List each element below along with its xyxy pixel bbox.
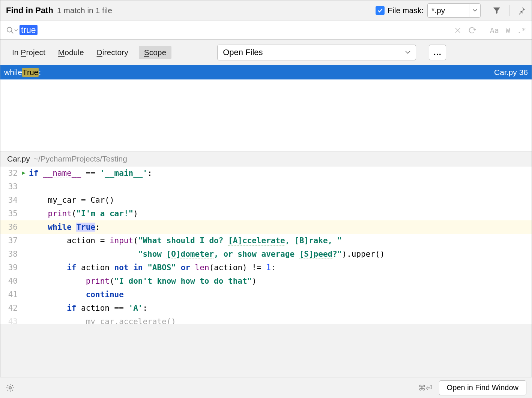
chevron-down-icon <box>405 51 410 54</box>
code-content: if __name__ == '__main__': <box>29 166 152 180</box>
results-area <box>0 79 532 151</box>
tab-module[interactable]: Module <box>56 46 86 58</box>
code-line[interactable]: 42 if action == 'A': <box>0 301 532 315</box>
code-line[interactable]: 43 my_car.accelerate() <box>0 315 532 324</box>
code-content: "show [O]dometer, or show average [S]pee… <box>29 247 385 261</box>
bottom-bar: ⌘⏎ Open in Find Window <box>0 377 532 398</box>
history-icon[interactable] <box>468 27 476 34</box>
code-line[interactable]: 33 <box>0 180 532 193</box>
code-preview[interactable]: 32if __name__ == '__main__':3334 my_car … <box>0 166 532 324</box>
code-line[interactable]: 36 while True: <box>0 220 532 234</box>
code-line[interactable]: 41 continue <box>0 288 532 301</box>
code-content: print("I'm a car!") <box>29 207 138 220</box>
chevron-down-icon <box>473 9 477 12</box>
code-content: my_car = Car() <box>29 193 114 207</box>
match-case-toggle[interactable]: Aa <box>490 26 499 35</box>
code-content: print("I don't know how to do that") <box>29 274 257 288</box>
dialog-title: Find in Path <box>6 6 53 15</box>
svg-point-0 <box>7 27 12 32</box>
line-number: 41 <box>0 288 21 301</box>
scope-dropdown[interactable]: Open Files <box>217 45 416 60</box>
line-number: 34 <box>0 193 21 207</box>
file-mask-label: File mask: <box>388 6 424 15</box>
line-number: 39 <box>0 261 21 274</box>
tab-scope[interactable]: Scope <box>139 46 172 59</box>
code-line[interactable]: 38 "show [O]dometer, or show average [S]… <box>0 247 532 261</box>
code-content: if action == 'A': <box>29 301 147 315</box>
result-file: Car.py <box>494 68 517 76</box>
browse-scope-button[interactable]: ... <box>429 45 446 60</box>
code-line[interactable]: 37 action = input("What should I do? [A]… <box>0 234 532 247</box>
tab-in-project[interactable]: In Project <box>10 46 48 58</box>
result-match: True <box>22 68 39 77</box>
file-mask-input[interactable] <box>428 6 469 15</box>
code-line[interactable]: 32if __name__ == '__main__': <box>0 166 532 180</box>
scope-row: In Project Module Directory Scope Open F… <box>0 40 532 65</box>
search-row: true Aa W .* <box>0 21 532 40</box>
line-number: 37 <box>0 234 21 247</box>
line-number: 40 <box>0 274 21 288</box>
code-line[interactable]: 34 my_car = Car() <box>0 193 532 207</box>
run-gutter <box>21 301 29 315</box>
clear-icon[interactable] <box>454 27 461 34</box>
code-content: my_car.accelerate() <box>29 315 176 324</box>
scope-dropdown-value: Open Files <box>223 48 263 57</box>
run-gutter <box>21 234 29 247</box>
line-number: 42 <box>0 301 21 315</box>
run-gutter <box>21 166 29 180</box>
code-line[interactable]: 35 print("I'm a car!") <box>0 207 532 220</box>
regex-toggle[interactable]: .* <box>517 26 526 35</box>
result-prefix: while <box>4 68 22 77</box>
code-content: action = input("What should I do? [A]cce… <box>29 234 342 247</box>
preview-header: Car.py ~/PycharmProjects/Testing <box>0 151 532 166</box>
run-gutter <box>21 261 29 274</box>
result-suffix: : <box>39 68 41 77</box>
line-number: 32 <box>0 166 21 180</box>
result-row[interactable]: while True: Car.py 36 <box>0 65 532 79</box>
filter-icon[interactable] <box>492 6 502 15</box>
preview-filepath: ~/PycharmProjects/Testing <box>34 154 127 163</box>
words-toggle[interactable]: W <box>506 26 510 35</box>
tab-directory[interactable]: Directory <box>95 46 131 58</box>
search-icon[interactable] <box>6 26 18 34</box>
code-content: if action not in "ABOS" or len(action) !… <box>29 261 276 274</box>
title-bar: Find in Path 1 match in 1 file File mask… <box>0 0 532 21</box>
run-gutter <box>21 315 29 324</box>
line-number: 43 <box>0 315 21 324</box>
run-gutter <box>21 247 29 261</box>
line-number: 36 <box>0 220 21 234</box>
line-number: 33 <box>0 180 21 193</box>
result-line: 36 <box>519 68 528 76</box>
run-gutter <box>21 288 29 301</box>
code-line[interactable]: 39 if action not in "ABOS" or len(action… <box>0 261 532 274</box>
open-in-find-window-button[interactable]: Open in Find Window <box>439 380 526 395</box>
preview-filename: Car.py <box>7 154 30 163</box>
code-content: while True: <box>29 220 100 234</box>
run-gutter <box>21 180 29 193</box>
svg-point-2 <box>9 387 11 389</box>
file-mask-dropdown[interactable] <box>469 4 480 17</box>
file-mask-checkbox[interactable] <box>376 6 385 15</box>
search-term-text: true <box>20 25 38 35</box>
line-number: 35 <box>0 207 21 220</box>
search-input[interactable]: true <box>20 25 454 35</box>
run-gutter <box>21 220 29 234</box>
shortcut-hint: ⌘⏎ <box>418 383 432 392</box>
code-content: continue <box>29 288 124 301</box>
file-mask-field[interactable] <box>427 3 481 18</box>
check-icon <box>377 7 383 14</box>
run-gutter <box>21 207 29 220</box>
pin-icon[interactable] <box>517 6 526 15</box>
code-line[interactable]: 40 print("I don't know how to do that") <box>0 274 532 288</box>
match-count: 1 match in 1 file <box>57 6 112 15</box>
run-gutter <box>21 274 29 288</box>
line-number: 38 <box>0 247 21 261</box>
settings-icon[interactable] <box>6 383 15 392</box>
run-gutter <box>21 193 29 207</box>
svg-line-1 <box>11 31 14 33</box>
run-icon[interactable] <box>21 171 26 175</box>
